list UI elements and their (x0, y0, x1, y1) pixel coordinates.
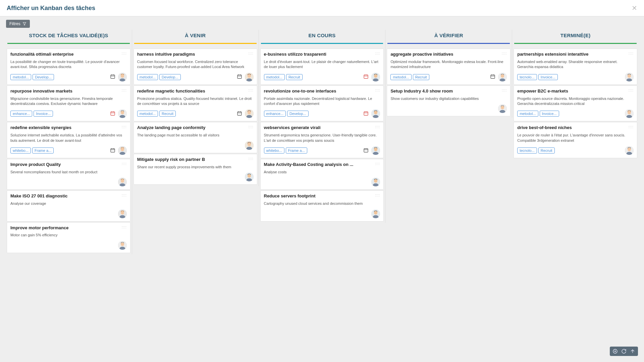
avatar[interactable] (371, 146, 380, 155)
card-tag[interactable]: Invoice... (540, 111, 559, 117)
drag-handle-icon[interactable]: :::: (248, 88, 253, 92)
drag-handle-icon[interactable]: :::: (375, 125, 380, 129)
svg-point-22 (121, 211, 124, 214)
card-footer (10, 209, 127, 219)
kanban-card[interactable]: harness intuitive paradigms :::: Custome… (133, 49, 257, 85)
kanban-card[interactable]: redefine magnetic functionalities :::: P… (133, 85, 257, 122)
card-tag[interactable]: Recruit (159, 111, 176, 117)
kanban-card[interactable]: repurpose innovative markets :::: Migraz… (7, 85, 130, 122)
kanban-card[interactable]: Reduce servers footprint :::: Cartograph… (260, 190, 384, 221)
card-tag[interactable]: enhance... (264, 111, 286, 117)
avatar[interactable] (118, 209, 127, 218)
kanban-card[interactable]: redefine extensible synergies :::: Soluz… (7, 122, 130, 158)
card-tag[interactable]: Develop... (33, 74, 54, 80)
card-tag[interactable]: Recruit (538, 147, 555, 154)
avatar[interactable] (625, 146, 634, 155)
avatar[interactable] (498, 104, 507, 113)
kanban-card[interactable]: partnerships estensioni interattive ::::… (514, 49, 637, 85)
drag-handle-icon[interactable]: :::: (502, 52, 507, 55)
avatar[interactable] (118, 73, 127, 81)
card-title: Make ISO 27 001 diagnostic (10, 193, 68, 199)
avatar[interactable] (371, 109, 380, 118)
avatar[interactable] (625, 109, 634, 118)
kanban-card[interactable]: Analyze landing page conformity :::: The… (133, 122, 257, 153)
close-icon[interactable]: ✕ (632, 4, 637, 12)
card-tag[interactable]: metodol... (517, 111, 538, 117)
calendar-icon[interactable] (363, 147, 369, 154)
drag-handle-icon[interactable]: :::: (629, 125, 634, 129)
card-tag[interactable]: Invoice... (538, 74, 558, 80)
avatar[interactable] (625, 73, 634, 81)
drag-handle-icon[interactable]: :::: (375, 52, 380, 55)
kanban-card[interactable]: Setup Industry 4.0 show room :::: Show c… (387, 85, 511, 116)
card-tag[interactable]: Frame a... (32, 147, 54, 154)
card-tag[interactable]: enhance... (10, 111, 32, 117)
card-tag[interactable]: Develop... (159, 74, 181, 80)
kanban-card[interactable]: empower B2C e-markets :::: Progetto open… (514, 85, 637, 122)
drag-handle-icon[interactable]: :::: (375, 88, 380, 92)
kanban-card[interactable]: aggregate proactive initiatives :::: Opt… (387, 49, 511, 85)
card-tag[interactable]: Recruit (413, 74, 429, 80)
drag-handle-icon[interactable]: :::: (629, 88, 634, 92)
calendar-icon[interactable] (490, 74, 495, 80)
kanban-card[interactable]: Improve product Quality :::: Several non… (7, 159, 130, 190)
card-tag[interactable]: Recruit (286, 74, 303, 80)
avatar[interactable] (245, 141, 254, 150)
kanban-card[interactable]: webservices generate virali :::: Strumen… (260, 122, 384, 158)
card-tag[interactable]: metodol... (264, 74, 285, 80)
card-title: webservices generate virali (264, 125, 321, 131)
drag-handle-icon[interactable]: :::: (122, 52, 127, 55)
drag-handle-icon[interactable]: :::: (375, 193, 380, 197)
drag-handle-icon[interactable]: :::: (248, 125, 253, 129)
drag-handle-icon[interactable]: :::: (629, 52, 634, 55)
calendar-icon[interactable] (110, 111, 115, 117)
calendar-icon[interactable] (110, 74, 115, 80)
card-tag[interactable]: metodol... (10, 74, 31, 80)
card-tag[interactable]: tecnolo... (517, 74, 537, 80)
drag-handle-icon[interactable]: :::: (248, 157, 253, 161)
card-tag[interactable]: Invoice... (34, 111, 53, 117)
avatar[interactable] (118, 146, 127, 155)
card-tag[interactable]: metodol... (390, 74, 411, 80)
drag-handle-icon[interactable]: :::: (502, 88, 507, 92)
card-tag[interactable]: Frame a... (286, 147, 307, 154)
card-tag[interactable]: Develop... (287, 111, 309, 117)
kanban-card[interactable]: e-business utilizzo trasparenti :::: Le … (260, 49, 384, 85)
drag-handle-icon[interactable]: :::: (122, 225, 127, 229)
drag-handle-icon[interactable]: :::: (375, 162, 380, 166)
calendar-icon[interactable] (363, 111, 369, 117)
avatar[interactable] (245, 173, 254, 181)
drag-handle-icon[interactable]: :::: (122, 88, 127, 92)
drag-handle-icon[interactable]: :::: (122, 193, 127, 197)
card-tag[interactable]: metodol... (137, 111, 158, 117)
card-tag[interactable]: whitebo... (10, 147, 31, 154)
kanban-card[interactable]: revolutionize one-to-one interfaces ::::… (260, 85, 384, 122)
avatar[interactable] (371, 178, 380, 186)
kanban-card[interactable]: funzionalità ottimali enterprise :::: La… (7, 49, 130, 85)
card-tag[interactable]: tecnolo... (517, 147, 537, 154)
avatar[interactable] (118, 109, 127, 118)
kanban-card[interactable]: Make ISO 27 001 diagnostic :::: Analyse … (7, 190, 130, 221)
kanban-card[interactable]: Improve motor performance :::: Motor can… (7, 222, 130, 253)
drag-handle-icon[interactable]: :::: (122, 125, 127, 129)
tags: metodol...Recruit (137, 111, 176, 117)
card-tag[interactable]: whitebo... (264, 147, 284, 154)
card-tag[interactable]: metodol... (137, 74, 158, 80)
avatar[interactable] (118, 178, 127, 186)
avatar[interactable] (371, 73, 380, 81)
filters-button[interactable]: Filtres (6, 20, 30, 28)
avatar[interactable] (371, 209, 380, 218)
calendar-icon[interactable] (110, 147, 115, 154)
calendar-icon[interactable] (363, 74, 369, 80)
kanban-card[interactable]: Mitigate supply risk on partner B :::: S… (133, 154, 257, 185)
calendar-icon[interactable] (237, 111, 242, 117)
avatar[interactable] (245, 73, 254, 81)
avatar[interactable] (245, 109, 254, 118)
avatar[interactable] (118, 241, 127, 250)
avatar[interactable] (498, 73, 507, 81)
drag-handle-icon[interactable]: :::: (122, 162, 127, 166)
kanban-card[interactable]: drive best-of-breed niches :::: Le pouvo… (514, 122, 637, 158)
calendar-icon[interactable] (237, 74, 242, 80)
drag-handle-icon[interactable]: :::: (248, 52, 253, 55)
kanban-card[interactable]: Make Activity-Based Costing analysis on … (260, 159, 384, 190)
